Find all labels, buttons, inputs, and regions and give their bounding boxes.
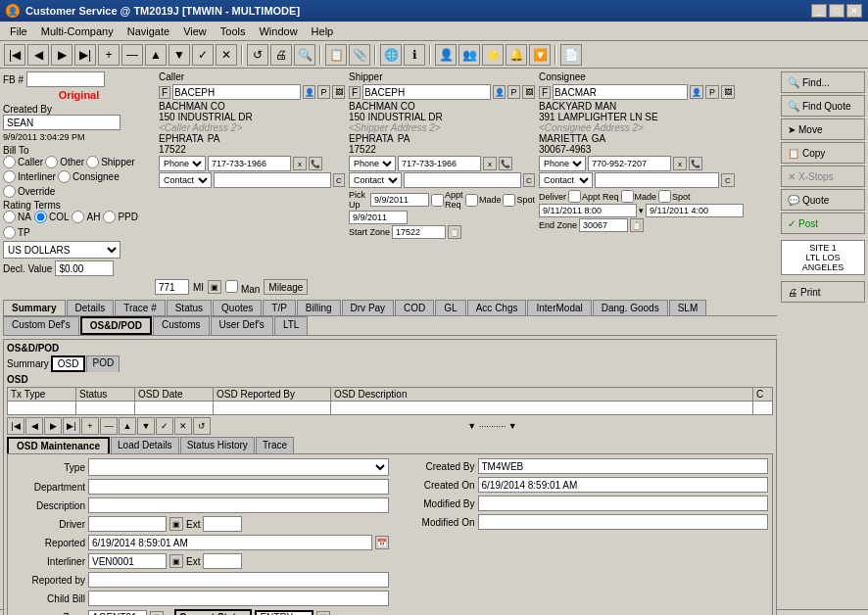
find-quote-button[interactable]: 🔍 Find Quote [781,95,865,117]
ext-input[interactable] [203,516,242,532]
deliver-made[interactable]: Made [621,190,657,203]
caller-phone-type[interactable]: Phone [159,156,206,171]
search-button[interactable]: 🔍 [294,44,315,66]
shipper-x-btn[interactable]: x [483,157,497,170]
window-controls[interactable]: _ □ ✕ [811,4,862,18]
shipper-img-btn[interactable]: 🖼 [522,85,535,99]
attach-button[interactable]: 📎 [349,44,370,66]
tab-details[interactable]: Details [67,300,115,315]
consignee-phone-input[interactable] [588,156,671,171]
rt-ppd[interactable]: PPD [103,211,138,223]
consignee-phone-type[interactable]: Phone [539,156,586,171]
created-on-input[interactable] [478,477,769,493]
menu-navigate[interactable]: Navigate [121,24,175,39]
x-button[interactable]: ✕ [216,44,237,66]
tab-drv-pay[interactable]: Drv Pay [342,300,395,315]
desc-input[interactable] [88,497,389,513]
pickup-date-input[interactable] [370,193,429,207]
zone-btn[interactable]: ▣ [150,611,164,616]
shipper-contact-input[interactable] [404,172,521,188]
clipboard-button[interactable]: 📋 [325,44,347,66]
shipper-phone-img[interactable]: 📞 [499,157,512,170]
star-button[interactable]: ⭐ [482,44,504,66]
interliner-input[interactable] [88,553,167,569]
ext2-input[interactable] [203,553,242,569]
menu-window[interactable]: Window [253,24,303,39]
rt-tp[interactable]: TP [3,226,30,239]
man-label[interactable]: Man [225,280,260,295]
modified-by-input[interactable] [478,496,769,511]
copy-button[interactable]: 📋 Copy [781,142,865,164]
rt-na[interactable]: NA [3,211,31,223]
nav-prev-button[interactable]: ◀ [27,44,49,66]
quote-button[interactable]: 💬 Quote [781,189,865,211]
tab-cod[interactable]: COD [395,300,434,315]
info-button[interactable]: ℹ [404,44,425,66]
filter-button[interactable]: 🔽 [529,44,551,66]
deliver-date-input[interactable] [539,204,637,217]
consignee-P-btn[interactable]: P [705,85,719,99]
consignee-img-btn[interactable]: 🖼 [721,85,735,99]
pickup-made[interactable]: Made [465,194,502,207]
nav-first-button[interactable]: |◀ [4,44,25,66]
deliver-appt-req[interactable]: Appt Req [568,190,619,203]
refresh-button[interactable]: ↺ [247,44,268,66]
tab-acc-chgs[interactable]: Acc Chgs [467,300,527,315]
caller-phone-img[interactable]: 📞 [309,157,322,170]
bill-other[interactable]: Other [45,156,84,168]
post-button[interactable]: ✓ Post [781,213,865,234]
bill-interliner[interactable]: Interliner [3,170,56,183]
print-button[interactable]: 🖨 [270,44,292,66]
rt-col[interactable]: COL [34,211,70,223]
deliver-spot[interactable]: Spot [658,190,691,203]
osd-next-btn[interactable]: ▶ [44,417,62,435]
caller-person-btn[interactable]: 👤 [303,85,315,99]
tab-slm[interactable]: SLM [669,300,707,315]
dept-input[interactable] [88,479,389,495]
consignee-contact-type[interactable]: Contact [539,172,593,188]
caller-code-input[interactable] [172,84,301,100]
osd-x-btn[interactable]: ✕ [174,417,192,435]
globe-button[interactable]: 🌐 [380,44,402,66]
user-button[interactable]: 👤 [435,44,457,66]
deliver-date2-input[interactable] [646,204,744,217]
child-bill-input[interactable] [88,591,389,606]
osd-first-btn[interactable]: |◀ [7,417,24,435]
down-button[interactable]: ▼ [169,44,190,66]
mileage-btn[interactable]: ▣ [208,280,221,294]
mileage-button[interactable]: Mileage [264,279,308,295]
pickup-spot[interactable]: Spot [503,194,535,207]
tab-tp[interactable]: T/P [263,300,296,315]
bill-shipper[interactable]: Shipper [86,156,134,168]
tab-load-details[interactable]: Load Details [111,437,179,453]
tab-status[interactable]: Status [167,300,212,315]
osd-check-btn[interactable]: ✓ [156,417,173,435]
reported-input[interactable] [88,535,372,550]
extra1-button[interactable]: 🔔 [506,44,527,66]
end-zone-btn[interactable]: 📋 [630,218,644,232]
reported-by-input[interactable] [88,572,389,588]
add-button[interactable]: + [98,44,120,66]
caller-contact-input[interactable] [214,172,331,188]
end-zone-input[interactable] [579,218,628,232]
menu-multi-company[interactable]: Multi-Company [35,24,120,39]
tab-customs[interactable]: Customs [153,316,209,335]
caller-phone-input[interactable] [208,156,291,171]
osd-del-btn[interactable]: — [100,417,118,435]
driver-btn[interactable]: ▣ [169,517,183,531]
decl-value-input[interactable] [55,260,114,276]
consignee-phone-img[interactable]: 📞 [689,157,702,170]
tab-dang-goods[interactable]: Dang. Goods [593,300,668,315]
caller-img-btn[interactable]: 🖼 [332,85,345,99]
bill-consignee[interactable]: Consignee [58,170,120,183]
tab-gl[interactable]: GL [435,300,465,315]
maximize-button[interactable]: □ [829,4,844,18]
bill-caller[interactable]: Caller [3,156,43,168]
shipper-phone-type[interactable]: Phone [349,156,396,171]
delete-button[interactable]: — [121,44,143,66]
consignee-code-input[interactable] [553,84,688,100]
tab-quotes[interactable]: Quotes [213,300,262,315]
menu-file[interactable]: File [4,24,33,39]
bill-override[interactable]: Override [3,185,55,198]
tab-user-defs[interactable]: User Def's [211,316,273,335]
